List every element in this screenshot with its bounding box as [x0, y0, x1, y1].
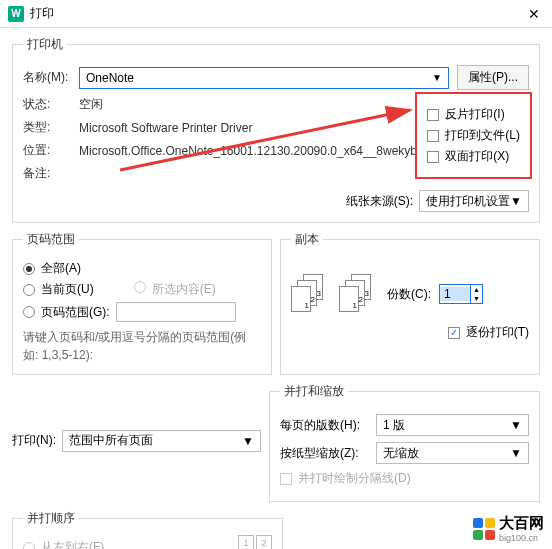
copies-spinbox[interactable]: ▲▼ — [439, 284, 483, 304]
chevron-down-icon: ▼ — [432, 72, 442, 83]
print-what-label: 打印(N): — [12, 432, 56, 449]
pages-per-select[interactable]: 1 版 ▼ — [376, 414, 529, 436]
chevron-down-icon: ▼ — [510, 446, 522, 460]
chevron-down-icon: ▼ — [510, 194, 522, 208]
copies-label: 份数(C): — [387, 286, 431, 303]
range-pages-input[interactable] — [116, 302, 236, 322]
zoom-group: 并打和缩放 每页的版数(H): 1 版 ▼ 按纸型缩放(Z): 无缩放 ▼ 并打… — [269, 383, 540, 502]
collate-checkbox[interactable] — [448, 327, 460, 339]
range-all-radio[interactable] — [23, 263, 35, 275]
printer-name-value: OneNote — [86, 71, 134, 85]
comment-label: 备注: — [23, 165, 79, 182]
watermark: 大百网 big100.cn — [473, 514, 544, 543]
watermark-text: 大百网 — [499, 514, 544, 533]
print-to-file-label: 打印到文件(L) — [445, 127, 520, 144]
copies-group: 副本 321 321 份数(C): ▲▼ 逐份打印(T) — [280, 231, 540, 375]
properties-button[interactable]: 属性(P)... — [457, 65, 529, 90]
order-preview-icon: 123456 — [238, 535, 272, 549]
copies-legend: 副本 — [291, 231, 323, 248]
print-order-group: 并打顺序 从左到右(F) 从上到下(B) 重复(R) 123456 — [12, 510, 283, 549]
spin-down-icon[interactable]: ▼ — [471, 294, 482, 303]
spin-up-icon[interactable]: ▲ — [471, 285, 482, 294]
scale-select[interactable]: 无缩放 ▼ — [376, 442, 529, 464]
close-icon[interactable]: ✕ — [524, 6, 544, 22]
mirror-checkbox[interactable] — [427, 109, 439, 121]
range-selection-label: 所选内容(E) — [152, 282, 216, 296]
range-all-label: 全部(A) — [41, 260, 81, 277]
scale-value: 无缩放 — [383, 445, 419, 462]
duplex-label: 双面打印(X) — [445, 148, 509, 165]
page-range-group: 页码范围 全部(A) 当前页(U) 所选内容(E) 页码范围(G): 请键入页码… — [12, 231, 272, 375]
draw-border-label: 并打时绘制分隔线(D) — [298, 470, 411, 487]
page-range-legend: 页码范围 — [23, 231, 79, 248]
watermark-logo-icon — [473, 518, 495, 540]
pages-per-value: 1 版 — [383, 417, 405, 434]
collate-label: 逐份打印(T) — [466, 324, 529, 341]
status-label: 状态: — [23, 96, 79, 113]
collate-preview-icon: 321 321 — [291, 274, 379, 314]
type-label: 类型: — [23, 119, 79, 136]
printer-name-select[interactable]: OneNote ▼ — [79, 67, 449, 89]
zoom-legend: 并打和缩放 — [280, 383, 348, 400]
range-selection-radio — [134, 281, 146, 293]
highlighted-options-box: 反片打印(I) 打印到文件(L) 双面打印(X) — [415, 92, 532, 179]
draw-border-checkbox — [280, 473, 292, 485]
watermark-sub: big100.cn — [499, 533, 544, 543]
chevron-down-icon: ▼ — [242, 434, 254, 448]
print-what-value: 范围中所有页面 — [69, 432, 153, 449]
printer-legend: 打印机 — [23, 36, 67, 53]
mirror-label: 反片打印(I) — [445, 106, 504, 123]
print-what-select[interactable]: 范围中所有页面 ▼ — [62, 430, 261, 452]
print-order-legend: 并打顺序 — [23, 510, 79, 527]
copies-input[interactable] — [440, 287, 470, 301]
paper-source-label: 纸张来源(S): — [346, 193, 413, 210]
range-current-radio[interactable] — [23, 284, 35, 296]
pages-per-label: 每页的版数(H): — [280, 417, 370, 434]
app-logo: W — [8, 6, 24, 22]
duplex-checkbox[interactable] — [427, 151, 439, 163]
range-current-label: 当前页(U) — [41, 281, 94, 298]
dialog-title: 打印 — [30, 5, 524, 22]
scale-label: 按纸型缩放(Z): — [280, 445, 370, 462]
range-pages-label: 页码范围(G): — [41, 304, 110, 321]
where-label: 位置: — [23, 142, 79, 159]
range-hint: 请键入页码和/或用逗号分隔的页码范围(例如: 1,3,5-12): — [23, 328, 261, 364]
print-to-file-checkbox[interactable] — [427, 130, 439, 142]
chevron-down-icon: ▼ — [510, 418, 522, 432]
order-lr-radio — [23, 542, 35, 550]
paper-source-value: 使用打印机设置 — [426, 193, 510, 210]
range-pages-radio[interactable] — [23, 306, 35, 318]
name-label: 名称(M): — [23, 69, 79, 86]
paper-source-select[interactable]: 使用打印机设置 ▼ — [419, 190, 529, 212]
order-lr-label: 从左到右(F) — [41, 539, 104, 549]
